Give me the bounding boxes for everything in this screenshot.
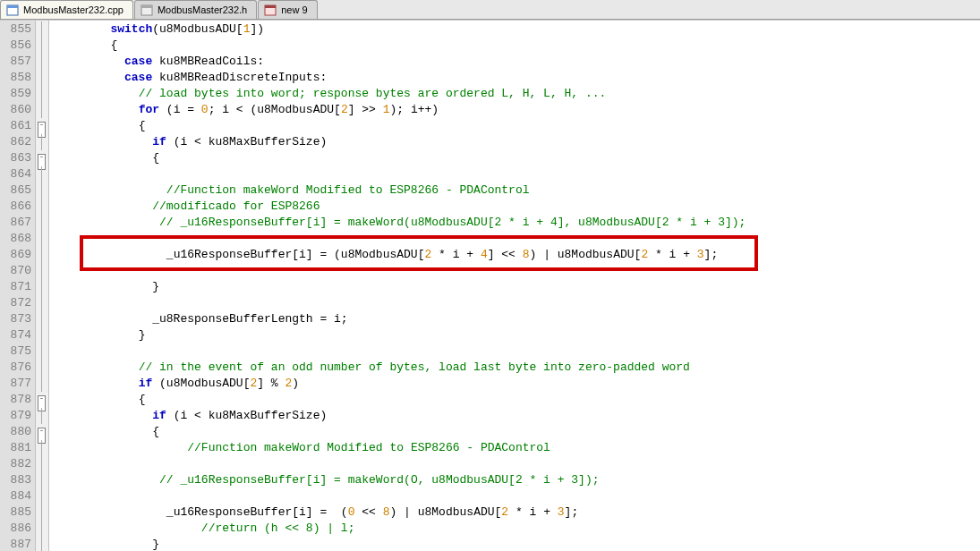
line-number: 864 bbox=[0, 166, 35, 182]
code-line bbox=[49, 488, 980, 504]
line-number: 866 bbox=[0, 199, 35, 215]
code-line: { bbox=[49, 150, 980, 166]
code-line: } bbox=[49, 537, 980, 551]
line-number: 879 bbox=[0, 408, 35, 424]
svg-rect-5 bbox=[265, 5, 276, 8]
file-tab[interactable]: ModbusMaster232.cpp bbox=[0, 0, 133, 19]
code-line: //modificado for ESP8266 bbox=[49, 199, 980, 215]
fold-cell bbox=[36, 440, 48, 456]
line-number: 882 bbox=[0, 456, 35, 472]
code-line: if (u8ModbusADU[2] % 2) bbox=[49, 376, 980, 392]
line-number: 878 bbox=[0, 392, 35, 408]
line-number: 872 bbox=[0, 295, 35, 311]
fold-cell bbox=[36, 343, 48, 360]
file-tab-label: ModbusMaster232.h bbox=[158, 4, 247, 15]
fold-cell bbox=[36, 376, 48, 392]
line-number: 880 bbox=[0, 424, 35, 440]
fold-cell bbox=[36, 182, 48, 199]
line-number: 871 bbox=[0, 279, 35, 295]
line-number: 875 bbox=[0, 343, 35, 360]
code-line bbox=[49, 231, 980, 247]
cpp-file-icon bbox=[6, 4, 19, 16]
fold-cell bbox=[36, 408, 48, 424]
code-line: if (i < ku8MaxBufferSize) bbox=[49, 134, 980, 150]
line-number: 874 bbox=[0, 327, 35, 343]
code-line: } bbox=[49, 279, 980, 295]
fold-cell: - bbox=[36, 424, 48, 440]
code-line: for (i = 0; i < (u8ModbusADU[2] >> 1); i… bbox=[49, 102, 980, 118]
line-number: 865 bbox=[0, 182, 35, 199]
fold-cell bbox=[36, 134, 48, 150]
code-line: case ku8MBReadCoils: bbox=[49, 54, 980, 70]
fold-cell: - bbox=[36, 150, 48, 166]
file-tab-label: new 9 bbox=[281, 4, 307, 15]
code-line: // _u16ResponseBuffer[i] = makeWord(O, u… bbox=[49, 472, 980, 488]
fold-cell bbox=[36, 504, 48, 521]
code-line: _u16ResponseBuffer[i] = (u8ModbusADU[2 *… bbox=[49, 247, 980, 263]
fold-cell bbox=[36, 54, 48, 70]
line-number: 885 bbox=[0, 504, 35, 521]
line-number: 860 bbox=[0, 102, 35, 118]
file-tab[interactable]: ModbusMaster232.h bbox=[134, 0, 257, 19]
code-line: //Function makeWord Modified to ESP8266 … bbox=[49, 440, 980, 456]
code-line: // _u16ResponseBuffer[i] = makeWord(u8Mo… bbox=[49, 215, 980, 231]
code-line bbox=[49, 343, 980, 360]
code-line bbox=[49, 456, 980, 472]
line-number: 869 bbox=[0, 247, 35, 263]
file-tab[interactable]: new 9 bbox=[258, 0, 317, 19]
fold-cell bbox=[36, 215, 48, 231]
line-number: 873 bbox=[0, 311, 35, 327]
line-number: 868 bbox=[0, 231, 35, 247]
line-number: 857 bbox=[0, 54, 35, 70]
code-line: //Function makeWord Modified to ESP8266 … bbox=[49, 182, 980, 199]
code-line: _u16ResponseBuffer[i] = (0 << 8) | u8Mod… bbox=[49, 504, 980, 521]
fold-cell bbox=[36, 311, 48, 327]
fold-cell bbox=[36, 70, 48, 86]
fold-gutter: ---- bbox=[36, 21, 49, 551]
line-number: 867 bbox=[0, 215, 35, 231]
code-line: switch(u8ModbusADU[1]) bbox=[49, 21, 980, 38]
line-number: 859 bbox=[0, 86, 35, 102]
fold-cell bbox=[36, 86, 48, 102]
line-number: 861 bbox=[0, 118, 35, 134]
code-editor: 8558568578588598608618628638648658668678… bbox=[0, 20, 980, 551]
fold-cell bbox=[36, 231, 48, 247]
fold-cell bbox=[36, 102, 48, 118]
line-number: 886 bbox=[0, 521, 35, 537]
code-line: _u8ResponseBufferLength = i; bbox=[49, 311, 980, 327]
fold-cell bbox=[36, 166, 48, 182]
svg-rect-3 bbox=[141, 5, 152, 8]
code-line: { bbox=[49, 424, 980, 440]
line-number: 876 bbox=[0, 360, 35, 376]
line-number: 884 bbox=[0, 488, 35, 504]
fold-cell bbox=[36, 247, 48, 263]
tab-bar: ModbusMaster232.cppModbusMaster232.hnew … bbox=[0, 0, 980, 20]
code-line: //return (h << 8) | l; bbox=[49, 521, 980, 537]
fold-cell bbox=[36, 279, 48, 295]
fold-cell bbox=[36, 521, 48, 537]
fold-cell: - bbox=[36, 118, 48, 134]
line-number: 870 bbox=[0, 263, 35, 279]
svg-rect-1 bbox=[7, 5, 18, 8]
h-file-icon bbox=[141, 4, 153, 16]
fold-cell: - bbox=[36, 392, 48, 408]
fold-cell bbox=[36, 199, 48, 215]
code-line bbox=[49, 263, 980, 279]
code-line: } bbox=[49, 327, 980, 343]
code-line: // load bytes into word; response bytes … bbox=[49, 86, 980, 102]
fold-cell bbox=[36, 263, 48, 279]
fold-cell bbox=[36, 21, 48, 38]
code-area[interactable]: switch(u8ModbusADU[1]) { case ku8MBReadC… bbox=[49, 21, 980, 551]
fold-cell bbox=[36, 537, 48, 551]
line-number: 881 bbox=[0, 440, 35, 456]
line-number: 883 bbox=[0, 472, 35, 488]
line-number: 877 bbox=[0, 376, 35, 392]
line-number: 855 bbox=[0, 21, 35, 38]
fold-cell bbox=[36, 472, 48, 488]
code-line: // in the event of an odd number of byte… bbox=[49, 360, 980, 376]
fold-cell bbox=[36, 360, 48, 376]
fold-cell bbox=[36, 327, 48, 343]
line-number: 856 bbox=[0, 38, 35, 54]
new-file-icon bbox=[264, 4, 277, 16]
fold-cell bbox=[36, 488, 48, 504]
